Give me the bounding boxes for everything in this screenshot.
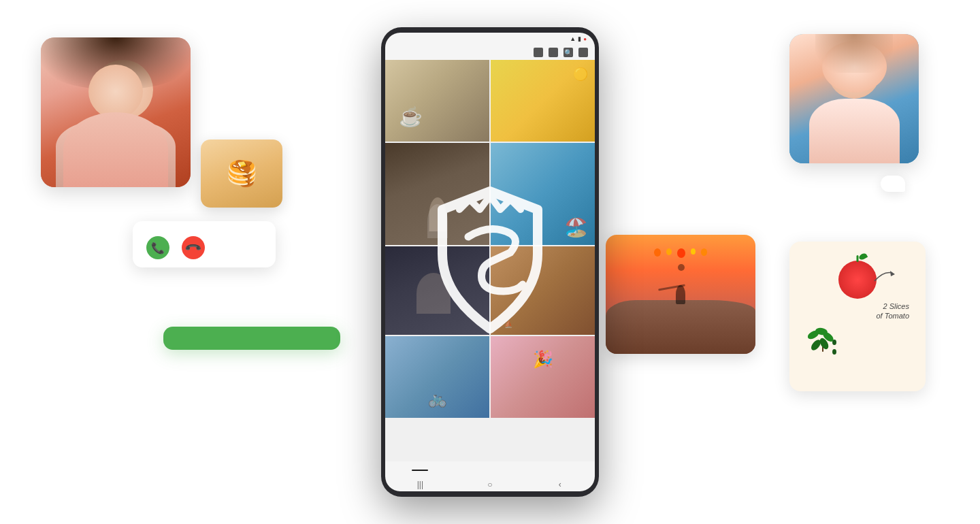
message-bubble <box>881 176 905 192</box>
balloons-group <box>654 248 707 258</box>
accept-call-button[interactable]: 📞 <box>146 236 169 259</box>
girl-person-image <box>789 34 919 163</box>
call-notification: 📞 📞 <box>133 221 276 267</box>
call-buttons: 📞 📞 <box>144 236 265 259</box>
tablet-device: ▲ ▮ ● ⧉ ▦ 🔍 ⋮ 🏖️ ⛵ <box>381 27 599 497</box>
balloon-2 <box>666 248 672 255</box>
svg-marker-0 <box>890 271 895 276</box>
top-bar: ⧉ ▦ 🔍 ⋮ <box>385 45 595 60</box>
balloon-4 <box>691 248 696 255</box>
nav-buttons: ||| ○ ‹ <box>385 478 595 491</box>
back-button[interactable]: ‹ <box>555 479 566 490</box>
pancake-photo: 🥞 <box>201 140 282 208</box>
profile-photo <box>41 37 191 187</box>
photo-cell-6[interactable]: ⛵ <box>491 246 595 335</box>
decline-call-button[interactable]: 📞 <box>182 236 205 259</box>
profile-person-image <box>41 37 191 187</box>
photo-cell-2[interactable] <box>491 60 595 142</box>
screen-mirror-icon[interactable]: ⧉ <box>534 48 543 57</box>
balloon-1 <box>654 248 661 257</box>
search-icon[interactable]: 🔍 <box>564 48 573 57</box>
landscape-photo <box>606 235 755 354</box>
bottom-nav: ||| ○ ‹ <box>385 461 595 491</box>
tab-pictures[interactable] <box>412 468 428 471</box>
gallery-icon[interactable]: ▦ <box>549 48 558 57</box>
girl-photo-right <box>789 34 919 163</box>
photo-cell-5[interactable] <box>385 246 489 335</box>
phone-accept-icon: 📞 <box>151 242 165 255</box>
meeting-notification <box>163 327 340 350</box>
nav-tabs <box>385 461 595 478</box>
photo-cell-8[interactable]: 🎉 <box>491 336 595 418</box>
photo-grid: 🏖️ ⛵ 🚲 🎉 <box>385 60 595 461</box>
photo-cell-4[interactable]: 🏖️ <box>491 143 595 245</box>
balloon-5 <box>701 248 707 256</box>
olive-illustration <box>806 328 840 352</box>
status-icons: ▲ ▮ ● <box>570 35 587 42</box>
tablet-screen: ▲ ▮ ● ⧉ ▦ 🔍 ⋮ 🏖️ ⛵ <box>385 33 595 491</box>
status-bar: ▲ ▮ ● <box>385 33 595 45</box>
photo-cell-7[interactable]: 🚲 <box>385 336 489 418</box>
notification-dot: ● <box>583 36 587 42</box>
phone-decline-icon: 📞 <box>184 238 203 257</box>
tomato-illustration <box>838 261 877 299</box>
photo-cell-3[interactable] <box>385 143 489 245</box>
recent-apps-button[interactable]: ||| <box>414 479 425 490</box>
wifi-icon: ▲ <box>570 35 576 42</box>
more-icon[interactable]: ⋮ <box>578 48 588 57</box>
recipe-card: 2 Slicesof Tomato <box>789 242 926 391</box>
photo-cell-1[interactable] <box>385 60 489 142</box>
balloon-3 <box>677 248 685 258</box>
battery-icon: ▮ <box>578 35 581 42</box>
home-button[interactable]: ○ <box>485 479 495 490</box>
